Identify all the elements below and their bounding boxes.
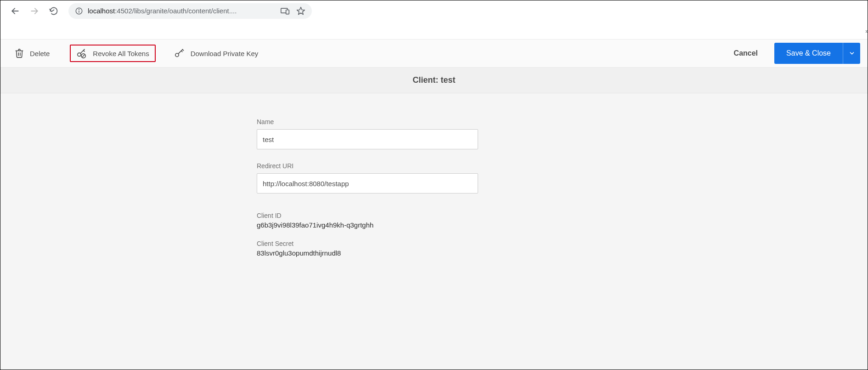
svg-line-17: [181, 51, 182, 52]
reload-button[interactable]: [45, 3, 62, 19]
redirect-uri-input[interactable]: [257, 173, 478, 194]
content-area: Name Redirect URI Client ID g6b3j9vi98l3…: [0, 93, 868, 370]
client-id-block: Client ID g6b3j9vi98l39fao71ivg4h9kh-q3g…: [257, 212, 478, 229]
back-button[interactable]: [7, 3, 23, 19]
site-info-icon: [75, 7, 83, 15]
arrow-left-icon: [11, 6, 20, 16]
action-toolbar: Delete Revoke All Tokens Download Privat…: [0, 39, 868, 68]
svg-line-12: [84, 51, 85, 52]
key-icon: [174, 48, 185, 58]
download-label: Download Private Key: [191, 50, 259, 57]
forward-button[interactable]: [26, 3, 43, 19]
svg-marker-7: [297, 7, 305, 14]
revoke-tokens-button[interactable]: Revoke All Tokens: [70, 45, 155, 62]
url-host: localhost: [88, 7, 115, 15]
svg-point-15: [175, 53, 178, 57]
star-icon[interactable]: [296, 6, 305, 16]
key-revoke-icon: [76, 48, 87, 58]
save-dropdown-button[interactable]: [843, 43, 860, 64]
name-label: Name: [257, 118, 478, 125]
page-title: Client: test: [412, 75, 455, 85]
name-input[interactable]: [257, 129, 478, 149]
client-id-label: Client ID: [257, 212, 478, 219]
client-secret-label: Client Secret: [257, 240, 478, 247]
client-secret-block: Client Secret 83lsvr0glu3opumdthijrnudl8: [257, 240, 478, 257]
chevron-down-icon: [849, 50, 855, 57]
client-form: Name Redirect URI Client ID g6b3j9vi98l3…: [257, 93, 478, 257]
svg-line-18: [182, 50, 184, 51]
delete-button[interactable]: Delete: [8, 45, 56, 62]
cancel-button[interactable]: Cancel: [721, 49, 771, 57]
url-path: :4502/libs/granite/oauth/content/client.…: [115, 7, 237, 15]
client-id-value: g6b3j9vi98l39fao71ivg4h9kh-q3grtghh: [257, 221, 478, 229]
arrow-right-icon: [30, 6, 39, 16]
title-bar: Client: test: [0, 68, 868, 93]
delete-label: Delete: [30, 50, 50, 57]
name-field: Name: [257, 118, 478, 149]
svg-point-4: [79, 9, 79, 10]
overflow-indicator-icon: »: [865, 28, 868, 34]
browser-bar: localhost:4502/libs/granite/oauth/conten…: [0, 0, 868, 22]
svg-line-14: [82, 55, 85, 57]
redirect-uri-label: Redirect URI: [257, 162, 478, 170]
download-key-button[interactable]: Download Private Key: [168, 45, 265, 62]
revoke-label: Revoke All Tokens: [93, 50, 149, 57]
save-close-button[interactable]: Save & Close: [774, 43, 843, 64]
address-bar[interactable]: localhost:4502/libs/granite/oauth/conten…: [68, 3, 312, 19]
reload-icon: [49, 6, 58, 16]
svg-point-10: [78, 53, 81, 56]
save-button-group: Save & Close: [774, 43, 860, 64]
client-secret-value: 83lsvr0glu3opumdthijrnudl8: [257, 249, 478, 257]
device-toggle-icon[interactable]: [281, 7, 290, 15]
trash-icon: [14, 48, 24, 58]
svg-rect-6: [286, 10, 289, 14]
url-text: localhost:4502/libs/granite/oauth/conten…: [88, 7, 276, 15]
redirect-uri-field: Redirect URI: [257, 162, 478, 194]
